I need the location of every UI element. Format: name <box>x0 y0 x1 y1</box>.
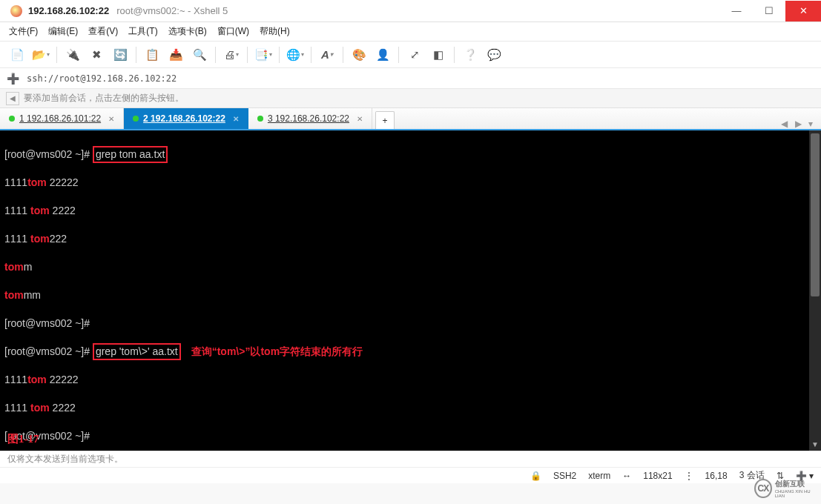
font-icon[interactable]: A <box>317 45 337 64</box>
print-icon[interactable]: 🖨 <box>222 45 241 64</box>
address-bar: ➕ <box>0 68 821 89</box>
scroll-thumb[interactable] <box>811 133 820 296</box>
output-line: tomm <box>4 260 817 274</box>
menu-edit[interactable]: 编辑(E) <box>48 25 78 38</box>
prompt: [root@vms002 ~]# <box>4 317 90 329</box>
globe-icon[interactable]: 🌐 <box>286 45 305 64</box>
status-message: 仅将文本发送到当前选项卡。 <box>0 451 821 467</box>
app-icon <box>10 5 22 17</box>
tab-label: 1 192.168.26.101:22 <box>19 113 101 124</box>
disconnect-icon[interactable]: ✖ <box>87 45 106 64</box>
status-dot-icon <box>257 116 263 122</box>
tab-close-icon[interactable]: ✕ <box>357 115 363 123</box>
terminal[interactable]: [root@vms002 ~]# grep tom aa.txt 1111tom… <box>0 130 821 451</box>
tab-session-2[interactable]: 2 192.168.26.102:22 ✕ <box>124 108 248 129</box>
paste-icon[interactable]: 📥 <box>166 45 185 64</box>
output-line: 1111 tom222 <box>4 232 817 246</box>
fullscreen-icon[interactable]: ⤢ <box>405 45 424 64</box>
watermark-brand: 创新互联 <box>775 479 817 489</box>
command-box-2: grep 'tom\>' aa.txt <box>93 343 181 360</box>
address-input[interactable] <box>22 70 818 87</box>
copy-icon[interactable]: 📋 <box>142 45 162 64</box>
help-icon[interactable]: ❔ <box>461 45 480 64</box>
command-box-1: grep tom aa.txt <box>93 146 168 163</box>
cursor-position: 16,18 <box>705 471 728 481</box>
separator <box>136 47 136 63</box>
close-button[interactable]: ✕ <box>785 1 821 21</box>
find-icon[interactable]: 🔍 <box>190 45 209 64</box>
maximize-button[interactable]: ☐ <box>753 1 785 21</box>
open-session-icon[interactable]: 📂 <box>31 45 50 64</box>
new-session-icon[interactable]: 📄 <box>7 45 27 64</box>
transparency-icon[interactable]: ◧ <box>429 45 448 64</box>
prompt: [root@vms002 ~]# <box>4 345 90 357</box>
size-icon: ↔ <box>622 471 631 481</box>
chat-icon[interactable]: 💬 <box>484 45 504 64</box>
logon-icon[interactable]: 👤 <box>373 45 392 64</box>
menu-help[interactable]: 帮助(H) <box>260 25 290 38</box>
session-tabs: 1 192.168.26.101:22 ✕ 2 192.168.26.102:2… <box>0 108 821 130</box>
pos-icon: ⋮ <box>685 471 693 481</box>
annotation-2: 查询“tom\>”以tom字符结束的所有行 <box>191 345 363 357</box>
watermark-logo-icon: CX <box>754 479 772 498</box>
protocol-icon: 🔒 <box>530 471 541 481</box>
prompt: [root@vms002 ~]# <box>4 148 90 160</box>
status-dot-icon <box>133 116 139 122</box>
status-bar: 🔒 SSH2 xterm ↔ 118x21 ⋮ 16,18 3 会话 ⇅ ➕ ▾ <box>0 467 821 483</box>
output-line: 1111 tom 2222 <box>4 204 817 218</box>
add-tab-button[interactable]: + <box>375 111 395 129</box>
tab-session-3[interactable]: 3 192.168.26.102:22 ✕ <box>248 108 372 129</box>
reconnect-icon[interactable]: 🔄 <box>111 45 130 64</box>
output-line: 1111tom 22222 <box>4 176 817 190</box>
color-icon[interactable]: 🎨 <box>349 45 369 64</box>
output-line: 1111 tom 2222 <box>4 401 817 415</box>
figure-label: 图1-17 <box>7 432 39 446</box>
terminal-size: 118x21 <box>643 471 672 481</box>
minimize-button[interactable]: — <box>720 1 753 21</box>
term-type-label: xterm <box>588 471 610 481</box>
tab-session-1[interactable]: 1 192.168.26.101:22 ✕ <box>0 108 124 129</box>
separator <box>56 47 57 63</box>
output-line: tommm <box>4 288 817 302</box>
terminal-scrollbar[interactable]: ▲ ▼ <box>809 130 821 451</box>
watermark-sub: CHUANG XIN HU LIAN <box>775 489 817 498</box>
hint-text: 要添加当前会话，点击左侧的箭头按钮。 <box>24 92 184 105</box>
protocol-label: SSH2 <box>553 471 576 481</box>
add-session-icon[interactable]: ➕ <box>3 70 22 87</box>
separator <box>247 47 248 63</box>
separator <box>215 47 216 63</box>
separator <box>398 47 399 63</box>
output-line: 1111tom 22222 <box>4 373 817 387</box>
menu-view[interactable]: 查看(V) <box>88 25 118 38</box>
connect-icon[interactable]: 🔌 <box>63 45 82 64</box>
tab-nav-arrows[interactable]: ◀ ▶ ▾ <box>781 119 815 129</box>
title-primary: 192.168.26.102:22 <box>28 5 109 16</box>
menu-tools[interactable]: 工具(T) <box>128 25 157 38</box>
properties-icon[interactable]: 📑 <box>254 45 273 64</box>
menu-tab[interactable]: 选项卡(B) <box>168 25 207 38</box>
hint-bar: ◀ 要添加当前会话，点击左侧的箭头按钮。 <box>0 89 821 108</box>
scroll-down-icon[interactable]: ▼ <box>809 439 821 451</box>
hint-arrow-icon[interactable]: ◀ <box>6 92 19 105</box>
tab-close-icon[interactable]: ✕ <box>233 115 239 123</box>
watermark: CX 创新互联 CHUANG XIN HU LIAN <box>754 477 817 500</box>
title-secondary: root@vms002:~ - Xshell 5 <box>116 5 228 16</box>
toolbar: 📄 📂 🔌 ✖ 🔄 📋 📥 🔍 🖨 📑 🌐 A 🎨 👤 ⤢ ◧ ❔ 💬 <box>0 42 821 68</box>
menu-file[interactable]: 文件(F) <box>9 25 38 38</box>
menu-bar: 文件(F) 编辑(E) 查看(V) 工具(T) 选项卡(B) 窗口(W) 帮助(… <box>0 22 821 42</box>
separator <box>311 47 311 63</box>
status-dot-icon <box>9 116 15 122</box>
separator <box>454 47 455 63</box>
separator <box>279 47 280 63</box>
tab-label: 3 192.168.26.102:22 <box>268 113 349 124</box>
separator <box>343 47 343 63</box>
tab-close-icon[interactable]: ✕ <box>108 115 114 123</box>
menu-window[interactable]: 窗口(W) <box>217 25 249 38</box>
tab-label: 2 192.168.26.102:22 <box>143 113 225 124</box>
title-bar: 192.168.26.102:22 root@vms002:~ - Xshell… <box>0 0 821 22</box>
